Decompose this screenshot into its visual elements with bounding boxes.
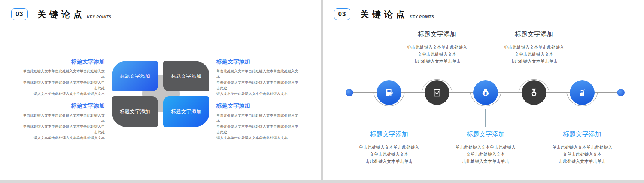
- block-title: 标题文字添加: [478, 30, 590, 38]
- bar-chart-icon: [577, 87, 588, 98]
- clipboard-check-icon: [431, 87, 443, 98]
- block-text-line: 击此处键入文本单击单击: [381, 58, 493, 65]
- section-title: 关键论点: [37, 9, 85, 20]
- block-title: 标题文字添加: [22, 58, 105, 65]
- node-connector: [485, 109, 486, 127]
- block-text-line: 单击此处键入文本单击此处键入文本单击此处键入单击此处: [22, 124, 105, 135]
- quadrant-cell-top-right: 标题文字添加: [163, 61, 209, 92]
- timeline-node-3: $: [473, 80, 498, 105]
- timeline-node-1: [377, 80, 401, 105]
- block-title: 标题文字添加: [429, 130, 542, 139]
- block-text-line: 文单击此处键入文本: [478, 51, 590, 58]
- section-number-badge: 03: [334, 8, 350, 20]
- block-text-line: 文单击此处键入文本: [333, 151, 445, 158]
- timeline-node-5: [570, 80, 595, 105]
- section-number-badge: 03: [11, 8, 28, 20]
- block-text-line: 键入文本单击此处键入文本单击此处键入文本: [216, 91, 300, 96]
- block-text-line: 键入文本单击此处键入文本单击此处键入文本: [22, 91, 105, 96]
- section-subtitle: KEY POINTS: [410, 15, 434, 19]
- text-block-left-bottom: 标题文字添加 单击此处键入文本单击此处键入文本单击此处键入文本 单击此处键入文本…: [22, 102, 105, 140]
- block-text-line: 文单击此处键入文本: [526, 151, 638, 158]
- block-text-line: 击此处键入文本单击单击: [478, 58, 590, 65]
- quadrant-cell-bottom-right: 标题文字添加: [163, 96, 209, 127]
- slide-key-points-quadrant[interactable]: 03 关键论点 KEY POINTS 标题文字添加 标题文字添加 标题文字添加 …: [0, 0, 321, 180]
- node-connector: [389, 109, 389, 127]
- timeline-text-bottom-2: 标题文字添加 单击此处键入文本单击此处键入 文单击此处键入文本 击此处键入文本单…: [429, 130, 542, 165]
- timeline-node-2: [425, 80, 449, 105]
- section-title: 关键论点: [360, 9, 408, 20]
- block-text-line: 文单击此处键入文本: [429, 151, 542, 158]
- timeline-start-dot: [346, 89, 353, 96]
- block-text-line: 单击此处键入文本单击此处键入: [333, 144, 445, 151]
- quadrant-cell-top-left: 标题文字添加: [112, 61, 158, 92]
- text-block-left-top: 标题文字添加 单击此处键入文本单击此处键入文本单击此处键入文本 单击此处键入文本…: [22, 58, 105, 96]
- timeline-text-bottom-1: 标题文字添加 单击此处键入文本单击此处键入 文单击此处键入文本 击此处键入文本单…: [333, 130, 445, 165]
- block-text-line: 击此处键入文本单击单击: [333, 158, 445, 165]
- block-text-line: 文单击此处键入文本: [381, 51, 493, 58]
- block-text-line: 单击此处键入文本单击此处键入文本单击此处键入文本: [22, 68, 105, 80]
- block-title: 标题文字添加: [216, 102, 300, 109]
- svg-text:$: $: [484, 91, 487, 96]
- quadrant-cell-bottom-left: 标题文字添加: [112, 96, 158, 127]
- section-subtitle: KEY POINTS: [87, 15, 111, 19]
- timeline-text-bottom-3: 标题文字添加 单击此处键入文本单击此处键入 文单击此处键入文本 击此处键入文本单…: [526, 130, 638, 165]
- medal-icon: [528, 87, 540, 98]
- block-text-line: 单击此处键入文本单击此处键入文本单击此处键入文本: [216, 112, 300, 124]
- node-connector: [534, 67, 534, 77]
- block-text-line: 单击此处键入文本单击此处键入文本单击此处键入单击此处: [216, 124, 300, 135]
- text-block-right-bottom: 标题文字添加 单击此处键入文本单击此处键入文本单击此处键入文本 单击此处键入文本…: [216, 102, 300, 140]
- block-title: 标题文字添加: [216, 58, 300, 65]
- timeline-text-top-1: 标题文字添加 单击此处键入文本单击此处键入 文单击此处键入文本 击此处键入文本单…: [381, 30, 493, 65]
- slide-header: 03 关键论点 KEY POINTS: [11, 8, 111, 20]
- block-text-line: 单击此处键入文本单击此处键入: [381, 44, 493, 51]
- document-edit-icon: [383, 87, 395, 98]
- timeline-end-dot: [617, 89, 625, 96]
- block-title: 标题文字添加: [526, 130, 638, 139]
- timeline-text-top-2: 标题文字添加 单击此处键入文本单击此处键入 文单击此处键入文本 击此处键入文本单…: [478, 30, 590, 65]
- block-text-line: 单击此处键入文本单击此处键入: [478, 44, 590, 51]
- block-text-line: 单击此处键入文本单击此处键入: [526, 144, 638, 151]
- slide-header: 03 关键论点 KEY POINTS: [334, 8, 434, 20]
- block-title: 标题文字添加: [22, 102, 105, 109]
- block-text-line: 单击此处键入文本单击此处键入文本单击此处键入单击此处: [22, 80, 105, 91]
- slide-key-points-timeline[interactable]: 03 关键论点 KEY POINTS: [323, 0, 644, 180]
- text-block-right-top: 标题文字添加 单击此处键入文本单击此处键入文本单击此处键入文本 单击此处键入文本…: [216, 58, 300, 96]
- block-text-line: 单击此处键入文本单击此处键入文本单击此处键入文本: [22, 112, 105, 124]
- node-connector: [437, 67, 437, 77]
- block-title: 标题文字添加: [381, 30, 493, 38]
- bottom-edge-strip: [0, 180, 644, 183]
- block-text-line: 键入文本单击此处键入文本单击此处键入文本: [22, 135, 105, 140]
- block-text-line: 击此处键入文本单击单击: [526, 158, 638, 165]
- block-text-line: 击此处键入文本单击单击: [429, 158, 542, 165]
- block-title: 标题文字添加: [333, 130, 445, 139]
- money-bag-icon: $: [480, 87, 491, 98]
- node-connector: [582, 109, 582, 127]
- block-text-line: 单击此处键入文本单击此处键入文本单击此处键入单击此处: [216, 80, 300, 91]
- block-text-line: 键入文本单击此处键入文本单击此处键入文本: [216, 135, 300, 140]
- slides-preview: 03 关键论点 KEY POINTS 标题文字添加 标题文字添加 标题文字添加 …: [0, 0, 644, 183]
- block-text-line: 单击此处键入文本单击此处键入: [429, 144, 542, 151]
- timeline-node-4: [522, 80, 546, 105]
- block-text-line: 单击此处键入文本单击此处键入文本单击此处键入文本: [216, 68, 300, 80]
